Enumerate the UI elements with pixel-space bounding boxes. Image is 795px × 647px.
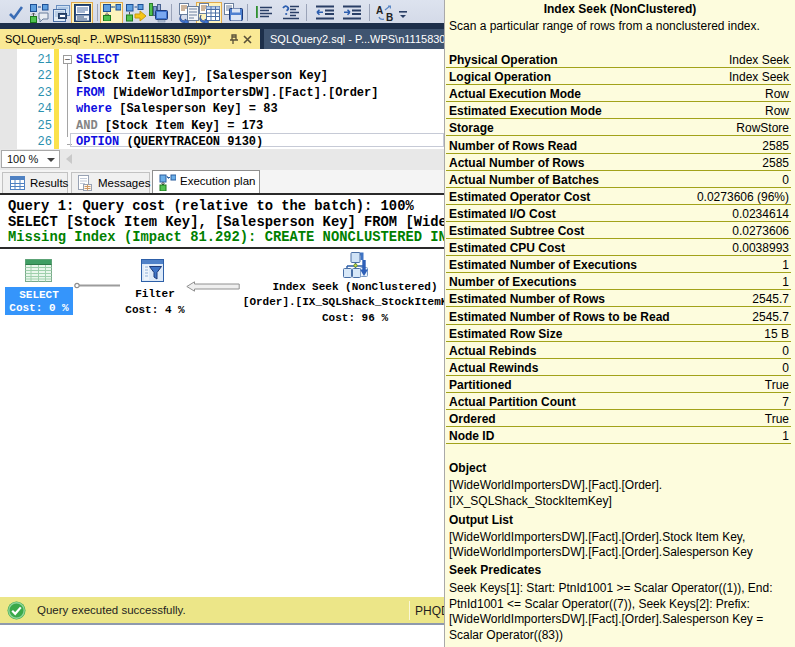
svg-text:B: B [386, 12, 393, 22]
svg-text:A: A [376, 5, 383, 16]
